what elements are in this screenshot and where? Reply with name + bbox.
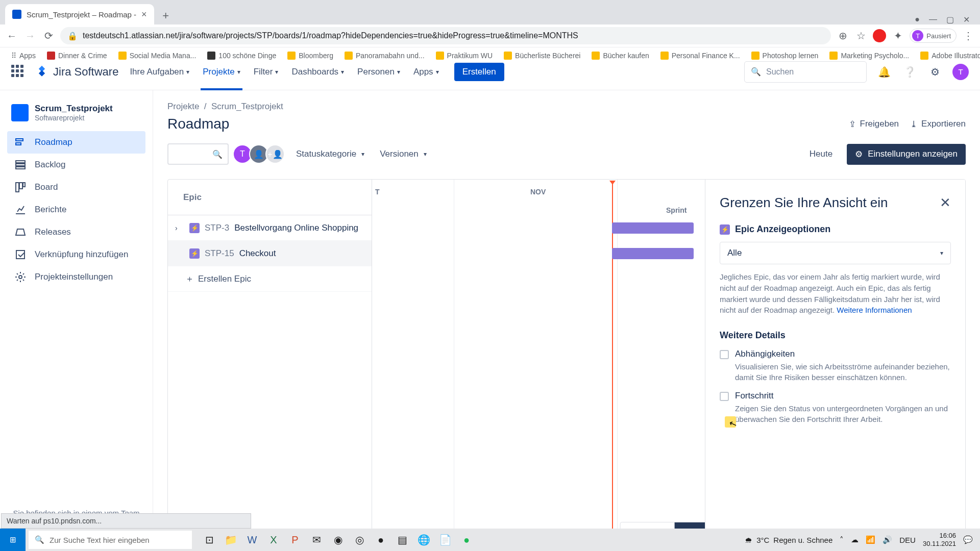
close-window-icon[interactable]: ✕ <box>963 15 970 24</box>
assignee-filter[interactable]: T 👤 +👤 <box>236 144 285 164</box>
project-icon <box>11 104 29 121</box>
add-people-icon[interactable]: +👤 <box>265 144 285 164</box>
forward-button[interactable]: → <box>23 29 37 42</box>
bookmark-item[interactable]: Adobe Illustrator <box>916 49 980 62</box>
nav-dashboards[interactable]: Dashboards▾ <box>289 54 346 90</box>
bookmark-apps[interactable]: ⠿Apps <box>7 49 40 62</box>
windows-taskbar: ⊞ 🔍 Zur Suche Text hier eingeben ⊡ 📁 W X… <box>0 529 980 551</box>
nav-projects[interactable]: Projekte▾ <box>201 54 242 90</box>
tray-chevron-icon[interactable]: ˄ <box>840 535 844 544</box>
powerpoint-icon[interactable]: P <box>285 530 305 550</box>
profile-avatar[interactable]: T <box>952 64 969 80</box>
sidebar-add-link[interactable]: Verknüpfung hinzufügen <box>7 243 145 266</box>
nav-apps[interactable]: Apps▾ <box>411 54 441 90</box>
bookmark-item[interactable]: Personal Finance K... <box>656 49 744 62</box>
settings-icon[interactable]: ⚙ <box>927 64 943 80</box>
reload-button[interactable]: ⟳ <box>42 29 55 42</box>
minimize-icon[interactable]: — <box>929 15 937 24</box>
dependencies-checkbox[interactable] <box>720 350 729 359</box>
sidebar-reports[interactable]: Berichte <box>7 198 145 221</box>
edge-icon[interactable]: 🌐 <box>413 530 434 550</box>
epic-bar[interactable] <box>612 248 694 259</box>
browser-chrome: Scrum_Testprojekt – Roadmap - × + ● — ▢ … <box>0 0 980 54</box>
back-button[interactable]: ← <box>5 29 18 42</box>
lock-icon: 🔒 <box>67 31 78 41</box>
wifi-icon[interactable]: 📶 <box>866 535 875 544</box>
app-switcher-icon[interactable] <box>11 65 26 79</box>
epic-display-select[interactable]: Alle ▾ <box>720 242 951 264</box>
new-tab-button[interactable]: + <box>157 7 175 24</box>
task-view-icon[interactable]: ⊡ <box>199 530 219 550</box>
kebab-menu-icon[interactable]: ⋮ <box>962 29 975 42</box>
chrome-icon[interactable]: ◉ <box>328 530 348 550</box>
close-panel-icon[interactable]: ✕ <box>940 195 951 211</box>
bookmark-item[interactable]: Bücher kaufen <box>587 49 653 62</box>
versions-filter[interactable]: Versionen▾ <box>376 149 431 159</box>
bookmark-star-icon[interactable]: ☆ <box>854 29 868 42</box>
bookmark-item[interactable]: Dinner & Crime <box>43 49 111 62</box>
export-button[interactable]: ⤓Exportieren <box>910 119 966 130</box>
epic-bar[interactable] <box>612 222 694 234</box>
today-button[interactable]: Heute <box>802 145 840 163</box>
language-indicator[interactable]: DEU <box>899 536 916 544</box>
notepad-icon[interactable]: 📄 <box>435 530 455 550</box>
sidebar-project-settings[interactable]: Projekteinstellungen <box>7 266 145 288</box>
nav-filters[interactable]: Filter▾ <box>252 54 281 90</box>
epic-row[interactable]: › ⚡ STP-3 Bestellvorgang Online Shopping <box>168 215 372 241</box>
mail-icon[interactable]: ✉ <box>306 530 327 550</box>
epic-row[interactable]: ⚡ STP-15 Checkout <box>168 241 372 266</box>
bookmark-item[interactable]: Marketing Psycholo... <box>825 49 913 62</box>
view-settings-button[interactable]: ⚙Einstellungen anzeigen <box>847 144 966 165</box>
weather-icon: 🌧 <box>745 536 752 544</box>
sidebar-board[interactable]: Board <box>7 176 145 198</box>
notifications-icon[interactable]: 🔔 <box>876 64 892 80</box>
crumb-projects[interactable]: Projekte <box>167 102 199 111</box>
zoom-icon[interactable]: ⊕ <box>836 29 849 42</box>
obs-icon[interactable]: ◎ <box>349 530 370 550</box>
share-button[interactable]: ⇪Freigeben <box>849 119 899 130</box>
issue-summary: Bestellvorgang Online Shopping <box>234 223 358 233</box>
app-icon[interactable]: ▤ <box>392 530 412 550</box>
status-category-filter[interactable]: Statuskategorie▾ <box>292 149 369 159</box>
browser-tab[interactable]: Scrum_Testprojekt – Roadmap - × <box>5 4 154 24</box>
more-info-link[interactable]: Weitere Informationen <box>837 306 912 314</box>
extensions-icon[interactable]: ✦ <box>891 29 904 42</box>
file-explorer-icon[interactable]: 📁 <box>220 530 241 550</box>
search-input[interactable]: 🔍 Suchen <box>744 61 867 83</box>
profile-button[interactable]: TPausiert <box>910 29 957 43</box>
volume-icon[interactable]: 🔊 <box>883 535 892 544</box>
progress-checkbox[interactable] <box>720 392 729 401</box>
excel-icon[interactable]: X <box>263 530 284 550</box>
sidebar-backlog[interactable]: Backlog <box>7 154 145 176</box>
close-tab-icon[interactable]: × <box>141 9 147 20</box>
bookmark-item[interactable]: Photoshop lernen <box>747 49 823 62</box>
svg-rect-5 <box>16 183 19 192</box>
nav-your-work[interactable]: Ihre Aufgaben▾ <box>128 54 191 90</box>
bookmark-item[interactable]: Praktikum WU <box>432 49 497 62</box>
crumb-project[interactable]: Scrum_Testprojekt <box>211 102 283 111</box>
help-icon[interactable]: ❔ <box>901 64 918 80</box>
maximize-icon[interactable]: ▢ <box>946 15 954 24</box>
create-button[interactable]: Erstellen <box>454 63 504 81</box>
sidebar-releases[interactable]: Releases <box>7 221 145 243</box>
abp-extension-icon[interactable] <box>873 29 886 42</box>
roadmap-search-input[interactable]: 🔍 <box>167 143 229 165</box>
expand-icon[interactable]: › <box>175 224 184 232</box>
account-icon[interactable]: ● <box>915 15 920 24</box>
sidebar-roadmap[interactable]: Roadmap <box>7 131 145 154</box>
notifications-tray-icon[interactable]: 💬 <box>963 535 973 544</box>
project-header[interactable]: Scrum_Testprojekt Softwareprojekt <box>7 102 145 131</box>
nav-people[interactable]: Personen▾ <box>355 54 402 90</box>
word-icon[interactable]: W <box>242 530 262 550</box>
create-epic-button[interactable]: ＋ Erstellen Epic <box>168 266 372 292</box>
bookmark-item[interactable]: Bücherliste Bücherei <box>500 49 584 62</box>
onedrive-icon[interactable]: ☁ <box>851 535 859 544</box>
app-icon[interactable]: ● <box>371 530 391 550</box>
taskbar-search[interactable]: 🔍 Zur Suche Text hier eingeben <box>29 531 192 549</box>
address-bar[interactable]: 🔒 testdeutsch1.atlassian.net/jira/softwa… <box>60 27 831 44</box>
spotify-icon[interactable]: ● <box>456 530 477 550</box>
clock[interactable]: 16:06 30.11.2021 <box>923 532 956 547</box>
weather-widget[interactable]: 🌧 3°C Regen u. Schnee <box>745 536 832 544</box>
jira-logo[interactable]: Jira Software <box>35 65 118 79</box>
start-button[interactable]: ⊞ <box>0 529 26 551</box>
